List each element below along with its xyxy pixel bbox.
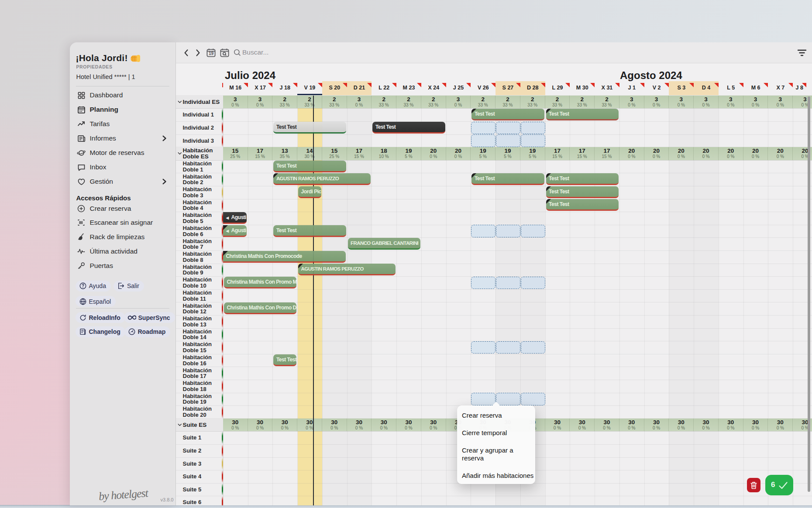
svg-text:19: 19: [209, 51, 214, 56]
